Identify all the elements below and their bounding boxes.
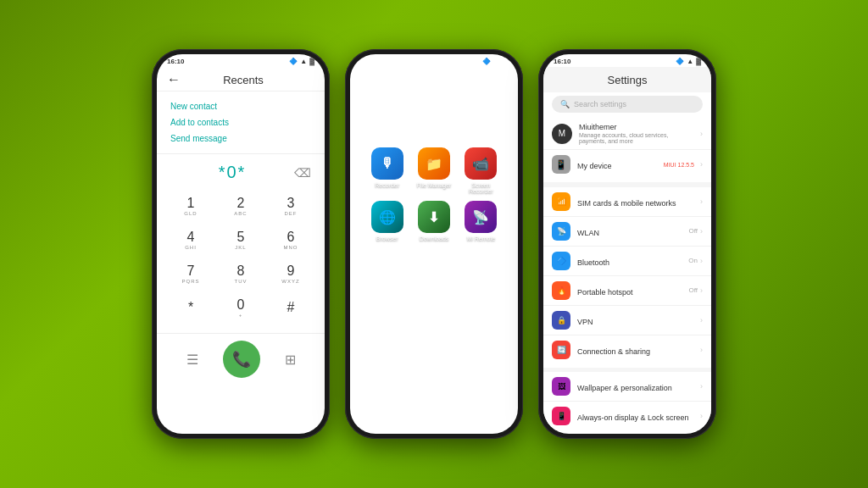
- phone-dialer: 16:10 🔷 ▲ ▓ ← Recents New contact Add to…: [152, 49, 330, 439]
- display-content: Always-on display & Lock screen: [577, 408, 693, 424]
- wallpaper-content: Wallpaper & personalization: [577, 379, 693, 394]
- key-7[interactable]: 7PQRS: [170, 258, 211, 289]
- app-browser[interactable]: 🌐 Browser: [367, 201, 408, 241]
- browser-icon: 🌐: [371, 201, 403, 233]
- key-sub-9: WXYZ: [281, 279, 299, 284]
- dialer-input-area: *0* ⌫: [157, 154, 325, 187]
- wifi-icon: ▲: [300, 58, 307, 65]
- sim-label: SIM cards & mobile networks: [577, 199, 676, 208]
- action-new-contact[interactable]: New contact: [170, 98, 311, 114]
- dialer-title: Recents: [189, 74, 298, 86]
- app-files[interactable]: 📁 File Manager: [414, 147, 454, 194]
- app-grid: 🎙 Recorder 📁 File Manager 📹 Screen Recor…: [350, 147, 518, 241]
- back-icon[interactable]: ←: [167, 72, 181, 87]
- key-sub-3: DEF: [285, 211, 298, 216]
- vpn-label: VPN: [577, 318, 593, 326]
- menu-icon[interactable]: ☰: [186, 352, 198, 368]
- key-star[interactable]: *: [170, 292, 211, 323]
- wifi-icon-2: ▲: [493, 58, 500, 65]
- hotspot-chevron: ›: [700, 286, 703, 295]
- hotspot-icon: 🔥: [552, 281, 570, 300]
- keypad-row-4: * 0+ #: [170, 292, 311, 323]
- key-num-7: 7: [187, 264, 195, 278]
- settings-network-section: 📶 SIM cards & mobile networks › 📡 WLAN O…: [543, 187, 711, 364]
- device-right: MIUI 12.5.5 ›: [664, 160, 703, 169]
- key-3[interactable]: 3DEF: [270, 191, 311, 221]
- key-8[interactable]: 8TUV: [220, 258, 261, 289]
- dialer-input: *0*: [170, 163, 294, 182]
- sharing-chevron: ›: [700, 346, 703, 354]
- settings-title: Settings: [608, 74, 648, 86]
- settings-hotspot[interactable]: 🔥 Portable hotspot Off ›: [543, 276, 711, 306]
- settings-search[interactable]: 🔍 Search settings: [552, 96, 703, 113]
- app-downloads[interactable]: ⬇ Downloads: [414, 201, 454, 241]
- keypad: 1GLD 2ABC 3DEF 4GHI 5JKL 6MNO 7PQRS 8TUV…: [157, 187, 325, 330]
- settings-bluetooth[interactable]: 🔷 Bluetooth On ›: [543, 247, 711, 276]
- account-name: Miuithemer: [579, 123, 693, 131]
- search-icon: 🔍: [560, 100, 570, 108]
- keypad-row-1: 1GLD 2ABC 3DEF: [170, 191, 311, 221]
- wallpaper-icon: 🖼: [552, 377, 570, 396]
- screen-recorder-icon: 📹: [465, 147, 497, 180]
- bt-label: Bluetooth: [577, 258, 609, 267]
- app-miremote[interactable]: 📡 Mi Remote: [460, 201, 501, 241]
- call-button[interactable]: 📞: [223, 341, 260, 378]
- phone-home: 16:10 🔷 ▲ ▓ Miuithemer 🎙 Recorder 📁 File…: [345, 49, 523, 439]
- sharing-label: Connection & sharing: [577, 347, 650, 356]
- settings-display[interactable]: 📱 Always-on display & Lock screen ›: [543, 402, 711, 430]
- key-0[interactable]: 0+: [220, 292, 261, 323]
- wlan-label: WLAN: [577, 229, 599, 237]
- key-sub-0: +: [239, 313, 243, 318]
- key-sub-5: JKL: [235, 245, 246, 250]
- sim-chevron: ›: [700, 197, 703, 206]
- status-time-2: 16:10: [360, 58, 377, 65]
- status-icons-3: 🔷 ▲ ▓: [676, 58, 701, 65]
- settings-sharing[interactable]: 🔄 Connection & sharing ›: [543, 336, 711, 364]
- display-label: Always-on display & Lock screen: [577, 413, 689, 422]
- settings-wlan[interactable]: 📡 WLAN Off ›: [543, 217, 711, 247]
- battery-icon-3: ▓: [696, 58, 701, 65]
- key-9[interactable]: 9WXYZ: [270, 258, 311, 289]
- dot-2: [436, 248, 439, 252]
- key-6[interactable]: 6MNO: [270, 225, 311, 255]
- bluetooth-icon: 🔷: [552, 252, 570, 270]
- dot-1: [429, 248, 432, 252]
- key-num-6: 6: [287, 230, 295, 244]
- sharing-icon: 🔄: [552, 341, 570, 359]
- avatar: M: [552, 124, 572, 144]
- action-send-message[interactable]: Send message: [170, 130, 311, 147]
- key-sub-6: MNO: [284, 245, 298, 250]
- key-2[interactable]: 2ABC: [220, 191, 261, 221]
- settings-wallpaper[interactable]: 🖼 Wallpaper & personalization ›: [543, 372, 711, 402]
- display-chevron: ›: [700, 412, 703, 420]
- settings-device[interactable]: 📱 My device MIUI 12.5.5 ›: [543, 150, 711, 179]
- key-num-0: 0: [237, 298, 245, 312]
- home-greeting: Miuithemer: [350, 67, 518, 147]
- dialer-header: ← Recents: [157, 67, 325, 92]
- settings-vpn[interactable]: 🔒 VPN ›: [543, 306, 711, 336]
- status-bar-1: 16:10 🔷 ▲ ▓: [157, 54, 325, 67]
- action-add-contacts[interactable]: Add to contacts: [170, 114, 311, 130]
- backspace-icon[interactable]: ⌫: [294, 166, 311, 180]
- battery-icon: ▓: [309, 58, 314, 65]
- key-5[interactable]: 5JKL: [220, 225, 261, 255]
- settings-sim[interactable]: 📶 SIM cards & mobile networks ›: [543, 187, 711, 217]
- search-placeholder: Search settings: [574, 100, 626, 108]
- downloads-icon: ⬇: [418, 201, 450, 233]
- wlan-value: Off: [688, 227, 698, 235]
- dialpad-icon[interactable]: ⊞: [285, 352, 296, 368]
- key-num-1: 1: [187, 197, 195, 210]
- key-1[interactable]: 1GLD: [170, 191, 211, 221]
- device-content: My device: [577, 157, 657, 172]
- key-hash[interactable]: #: [270, 292, 311, 323]
- app-recorder[interactable]: 🎙 Recorder: [367, 147, 408, 194]
- settings-account[interactable]: M Miuithemer Manage accounts, cloud serv…: [543, 118, 711, 150]
- vpn-chevron: ›: [700, 316, 703, 324]
- key-sub-4: GHI: [185, 245, 197, 250]
- sim-content: SIM cards & mobile networks: [577, 194, 693, 209]
- status-bar-3: 16:10 🔷 ▲ ▓: [543, 54, 711, 67]
- settings-account-section: M Miuithemer Manage accounts, cloud serv…: [543, 118, 711, 179]
- app-screen-recorder[interactable]: 📹 Screen Recorder: [460, 147, 501, 194]
- key-4[interactable]: 4GHI: [170, 225, 211, 255]
- bt-icon-2: 🔷: [482, 58, 491, 65]
